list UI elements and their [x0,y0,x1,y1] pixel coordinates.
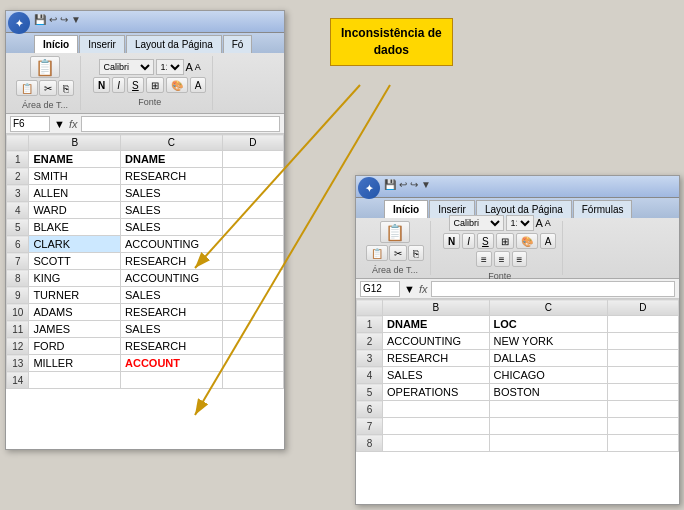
cell-c-3[interactable]: SALES [121,185,223,202]
cell-b-10[interactable]: ADAMS [29,304,121,321]
cell-d-1[interactable] [607,316,678,333]
cell-c-7[interactable] [489,418,607,435]
underline-btn-1[interactable]: S [127,77,144,93]
dropdown-qa-btn-2[interactable]: ▼ [421,179,431,190]
cell-b-7[interactable]: SCOTT [29,253,121,270]
table-row[interactable]: 3RESEARCHDALLAS [357,350,679,367]
cell-d-14[interactable] [222,372,283,389]
cell-ref-input-1[interactable] [10,116,50,132]
cell-c-10[interactable]: RESEARCH [121,304,223,321]
cell-d-9[interactable] [222,287,283,304]
cell-b-5[interactable]: BLAKE [29,219,121,236]
cell-d-4[interactable] [222,202,283,219]
bold-btn-1[interactable]: N [93,77,110,93]
align-right-2[interactable]: ≡ [512,251,528,267]
table-row[interactable]: 1ENAMEDNAME [7,151,284,168]
tab-inserir-1[interactable]: Inserir [79,35,125,53]
cell-c-9[interactable]: SALES [121,287,223,304]
table-row[interactable]: 4SALESCHICAGO [357,367,679,384]
cell-c-14[interactable] [121,372,223,389]
cell-c-3[interactable]: DALLAS [489,350,607,367]
cut-button-2[interactable]: ✂ [389,245,407,261]
dropdown-arrow-1[interactable]: ▼ [54,118,65,130]
cell-b-12[interactable]: FORD [29,338,121,355]
cell-b-8[interactable]: KING [29,270,121,287]
cell-d-2[interactable] [607,333,678,350]
office-button-1[interactable]: ✦ [8,12,30,34]
border-btn-1[interactable]: ⊞ [146,77,164,93]
cell-b-3[interactable]: ALLEN [29,185,121,202]
cell-d-11[interactable] [222,321,283,338]
table-row[interactable]: 8 [357,435,679,452]
fill-color-btn-1[interactable]: 🎨 [166,77,188,93]
font-shrink-btn-2[interactable]: A [545,218,551,228]
cell-c-1[interactable]: DNAME [121,151,223,168]
cell-b-7[interactable] [383,418,490,435]
copy-button-1[interactable]: ⎘ [58,80,74,96]
font-name-select-1[interactable]: Calibri [99,59,154,75]
tab-formulas-2[interactable]: Fórmulas [573,200,633,218]
cell-d-6[interactable] [607,401,678,418]
table-row[interactable]: 4WARDSALES [7,202,284,219]
cell-c-4[interactable]: SALES [121,202,223,219]
table-row[interactable]: 1DNAMELOC [357,316,679,333]
cell-c-5[interactable]: BOSTON [489,384,607,401]
cell-d-7[interactable] [222,253,283,270]
cell-d-13[interactable] [222,355,283,372]
underline-btn-2[interactable]: S [477,233,494,249]
table-row[interactable]: 12FORDRESEARCH [7,338,284,355]
tab-fo-1[interactable]: Fó [223,35,253,53]
cell-b-1[interactable]: DNAME [383,316,490,333]
cell-c-1[interactable]: LOC [489,316,607,333]
table-row[interactable]: 7 [357,418,679,435]
cell-c-2[interactable]: RESEARCH [121,168,223,185]
cell-b-6[interactable]: CLARK [29,236,121,253]
cell-c-7[interactable]: RESEARCH [121,253,223,270]
table-row[interactable]: 10ADAMSRESEARCH [7,304,284,321]
cell-d-4[interactable] [607,367,678,384]
cell-c-6[interactable] [489,401,607,418]
save-qa-btn[interactable]: 💾 [34,14,46,25]
paste-button-2[interactable]: 📋 [380,221,410,243]
dropdown-arrow-2[interactable]: ▼ [404,283,415,295]
copy-button-2[interactable]: ⎘ [408,245,424,261]
redo-qa-btn[interactable]: ↪ [60,14,68,25]
save-qa-btn-2[interactable]: 💾 [384,179,396,190]
table-row[interactable]: 13MILLERACCOUNT [7,355,284,372]
tab-layout-1[interactable]: Layout da Página [126,35,222,53]
font-name-select-2[interactable]: Calibri [449,215,504,231]
align-center-2[interactable]: ≡ [494,251,510,267]
cell-b-4[interactable]: SALES [383,367,490,384]
cell-c-13[interactable]: ACCOUNT [121,355,223,372]
tab-inicio-1[interactable]: Início [34,35,78,53]
cell-d-3[interactable] [222,185,283,202]
cell-ref-input-2[interactable] [360,281,400,297]
undo-qa-btn-2[interactable]: ↩ [399,179,407,190]
cell-b-5[interactable]: OPERATIONS [383,384,490,401]
cell-b-4[interactable]: WARD [29,202,121,219]
cell-d-6[interactable] [222,236,283,253]
table-row[interactable]: 8KINGACCOUNTING [7,270,284,287]
cell-c-11[interactable]: SALES [121,321,223,338]
italic-btn-2[interactable]: I [462,233,475,249]
cell-c-5[interactable]: SALES [121,219,223,236]
cell-d-5[interactable] [222,219,283,236]
table-row[interactable]: 5BLAKESALES [7,219,284,236]
align-left-2[interactable]: ≡ [476,251,492,267]
bold-btn-2[interactable]: N [443,233,460,249]
cell-b-3[interactable]: RESEARCH [383,350,490,367]
table-row[interactable]: 6 [357,401,679,418]
fill-color-btn-2[interactable]: 🎨 [516,233,538,249]
cell-d-8[interactable] [607,435,678,452]
cell-b-6[interactable] [383,401,490,418]
cell-c-8[interactable]: ACCOUNTING [121,270,223,287]
font-grow-btn-1[interactable]: A [186,61,193,73]
formula-input-2[interactable] [431,281,675,297]
cell-d-8[interactable] [222,270,283,287]
table-row[interactable]: 2SMITHRESEARCH [7,168,284,185]
cell-d-3[interactable] [607,350,678,367]
font-size-select-1[interactable]: 11 [156,59,184,75]
paste-small-2[interactable]: 📋 [366,245,388,261]
table-row[interactable]: 11JAMESSALES [7,321,284,338]
cut-button-1[interactable]: ✂ [39,80,57,96]
